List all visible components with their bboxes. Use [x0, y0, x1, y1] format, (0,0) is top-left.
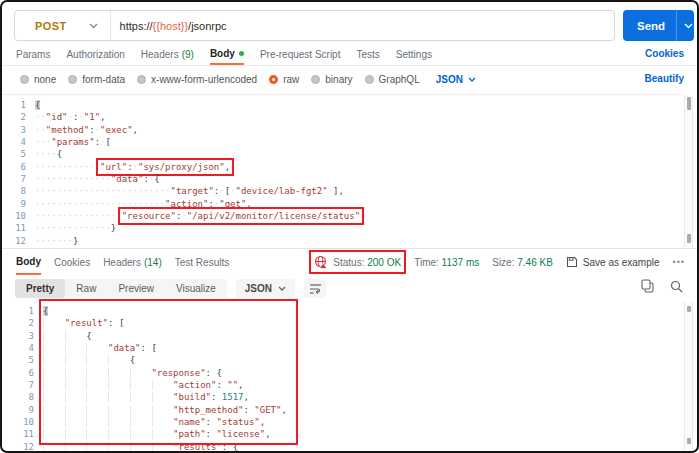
chevron-down-icon — [468, 77, 476, 82]
request-scrollbar[interactable] — [684, 95, 693, 247]
line-number: 3 — [2, 330, 34, 342]
tab-tests[interactable]: Tests — [356, 44, 379, 65]
response-tab-cookies[interactable]: Cookies — [54, 249, 90, 275]
request-tabs: ParamsAuthorizationHeaders(9)BodyPre-req… — [2, 44, 697, 66]
globe-warning-icon — [314, 255, 328, 269]
line-number: 9 — [2, 198, 26, 210]
radio-icon — [137, 75, 146, 84]
chevron-down-icon[interactable] — [684, 23, 693, 29]
line-number: 7 — [2, 173, 26, 185]
save-as-example-button[interactable]: Save as example — [566, 256, 660, 268]
search-response-button[interactable] — [670, 280, 683, 293]
code-line: 7 "action": "", — [2, 379, 682, 391]
url-input[interactable]: https://{{host}}/jsonrpc — [120, 20, 227, 32]
tab-body[interactable]: Body — [210, 44, 244, 65]
body-mode-raw[interactable]: raw — [269, 74, 299, 85]
url-variable: {{host}} — [153, 20, 189, 32]
code-line: 12 "results": { — [2, 441, 682, 453]
line-number: 9 — [2, 404, 34, 416]
line-number: 2 — [2, 111, 26, 123]
tab-settings[interactable]: Settings — [396, 44, 432, 65]
divider — [110, 11, 111, 40]
code-line: 9 "http_method": "GET", — [2, 404, 682, 416]
code-line: 2··"id"·:·"1", — [2, 111, 682, 123]
response-body-viewer[interactable]: 1{2 "result": [3 {4 "data": [5 {6 "respo… — [2, 302, 682, 453]
code-line: 3 { — [2, 330, 682, 342]
send-label: Send — [637, 20, 665, 32]
magnifier-icon — [670, 280, 683, 293]
line-number: 3 — [2, 124, 26, 136]
request-url-bar: POST https://{{host}}/jsonrpc Send — [2, 2, 697, 49]
line-number: 8 — [2, 391, 34, 403]
tab-params[interactable]: Params — [16, 44, 50, 65]
response-format-select[interactable]: JSON — [236, 279, 295, 298]
code-line: 5 { — [2, 354, 682, 366]
line-number: 2 — [2, 317, 34, 329]
body-format-label: JSON — [436, 74, 463, 85]
line-number: 11 — [2, 222, 26, 234]
scrollbar-thumb[interactable] — [687, 306, 691, 312]
tab-headers[interactable]: Headers(9) — [141, 44, 194, 65]
code-line: 7··············"data":·{ — [2, 173, 682, 185]
body-mode-form-data[interactable]: form-data — [68, 74, 125, 85]
code-line: 10················"resource":·"/api/v2/m… — [2, 210, 682, 222]
view-tab-visualize[interactable]: Visualize — [165, 279, 227, 298]
response-tabs-list: BodyCookiesHeaders(14)Test Results — [2, 249, 229, 275]
code-line: 11 "path": "license", — [2, 428, 682, 440]
request-body-editor[interactable]: 1{2··"id"·:·"1",3··"method":·"exec",4···… — [2, 94, 682, 252]
response-tab-body[interactable]: Body — [16, 249, 41, 275]
view-tab-group: PrettyRawPreviewVisualize — [15, 279, 227, 298]
radio-icon — [20, 75, 29, 84]
divider — [676, 10, 677, 41]
code-line: 1{ — [2, 305, 682, 317]
scrollbar-thumb[interactable] — [687, 97, 691, 110]
response-tab-headers[interactable]: Headers(14) — [103, 249, 162, 275]
code-line: 3··"method":·"exec", — [2, 124, 682, 136]
more-options-button[interactable]: ••• — [673, 257, 685, 267]
tab-count-badge: (14) — [144, 257, 162, 268]
line-number: 4 — [2, 136, 26, 148]
cookies-link[interactable]: Cookies — [645, 48, 684, 59]
code-line: 2 "result": [ — [2, 317, 682, 329]
line-number: 12 — [2, 441, 34, 453]
line-number: 11 — [2, 428, 34, 440]
line-number: 8 — [2, 185, 26, 197]
tab-authorization[interactable]: Authorization — [66, 44, 124, 65]
wrap-lines-button[interactable] — [304, 279, 326, 298]
method-url-field: POST https://{{host}}/jsonrpc — [14, 10, 615, 41]
line-number: 1 — [2, 99, 26, 111]
response-scrollbar[interactable] — [684, 302, 693, 450]
body-mode-none[interactable]: none — [20, 74, 56, 85]
code-line: 9························"action":·"get"… — [2, 198, 682, 210]
body-mode-binary[interactable]: binary — [311, 74, 352, 85]
scrollbar-thumb[interactable] — [687, 234, 691, 243]
body-mode-graphql[interactable]: GraphQL — [365, 74, 420, 85]
body-mode-x-www-form-urlencoded[interactable]: x-www-form-urlencoded — [137, 74, 257, 85]
code-line: 6············"url":·"sys/proxy/json", — [2, 161, 682, 173]
code-line: 6 "response": { — [2, 367, 682, 379]
code-line: 4 "data": [ — [2, 342, 682, 354]
body-mode-list: noneform-datax-www-form-urlencodedrawbin… — [20, 74, 420, 85]
line-number: 6 — [2, 367, 34, 379]
tab-pre-request-script[interactable]: Pre-request Script — [260, 44, 341, 65]
copy-response-button[interactable] — [641, 279, 654, 293]
scrollbar-thumb[interactable] — [687, 438, 691, 444]
beautify-link[interactable]: Beautify — [645, 73, 684, 84]
chevron-down-icon[interactable] — [89, 23, 98, 29]
response-tab-test-results[interactable]: Test Results — [175, 249, 229, 275]
chevron-down-icon — [278, 286, 286, 291]
annotation-resource-highlight: "resource":·"/api/v2/monitor/license/sta… — [122, 211, 360, 221]
code-line: 8 "build": 1517, — [2, 391, 682, 403]
view-tab-pretty[interactable]: Pretty — [15, 279, 65, 298]
view-tab-preview[interactable]: Preview — [107, 279, 165, 298]
radio-icon — [311, 75, 320, 84]
line-number: 10 — [2, 416, 34, 428]
body-format-select[interactable]: JSON — [436, 74, 476, 85]
view-tab-raw[interactable]: Raw — [65, 279, 107, 298]
save-as-example-label: Save as example — [583, 257, 660, 268]
line-number: 1 — [2, 305, 34, 317]
response-time: Time: 1137 ms — [414, 257, 479, 268]
copy-icon — [641, 279, 654, 293]
send-button[interactable]: Send — [623, 10, 694, 41]
method-select[interactable]: POST — [35, 20, 67, 32]
